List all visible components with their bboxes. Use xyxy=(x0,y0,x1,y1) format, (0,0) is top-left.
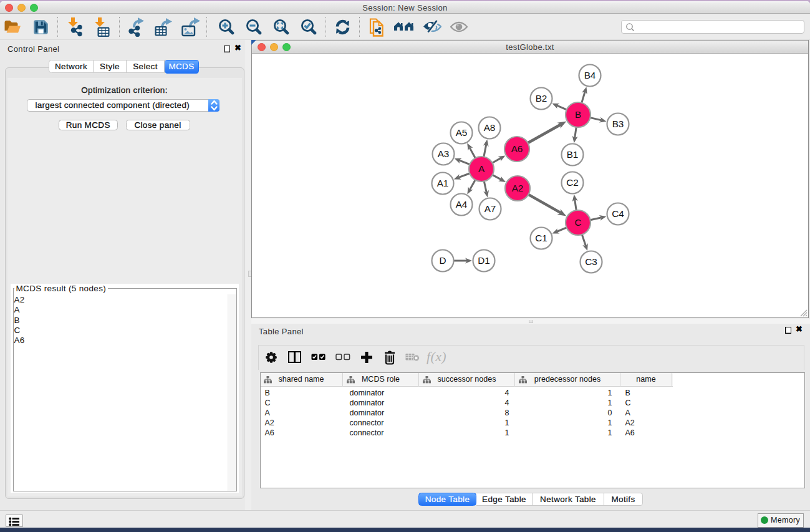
svg-text:B2: B2 xyxy=(536,93,547,104)
svg-text:C3: C3 xyxy=(585,256,597,267)
svg-text:B1: B1 xyxy=(567,149,579,160)
svg-text:C2: C2 xyxy=(566,177,579,188)
svg-text:C4: C4 xyxy=(612,208,624,219)
svg-text:A1: A1 xyxy=(437,178,449,188)
svg-text:A7: A7 xyxy=(485,203,496,214)
svg-text:C: C xyxy=(574,217,581,228)
svg-text:A: A xyxy=(478,163,485,174)
svg-text:D1: D1 xyxy=(478,255,490,266)
svg-text:A8: A8 xyxy=(484,122,496,133)
svg-text:D: D xyxy=(439,255,446,266)
svg-text:B3: B3 xyxy=(612,118,624,129)
svg-text:A6: A6 xyxy=(511,143,523,154)
svg-text:A4: A4 xyxy=(456,199,468,210)
svg-text:B: B xyxy=(575,109,581,120)
svg-text:A3: A3 xyxy=(438,148,450,159)
svg-text:A2: A2 xyxy=(512,183,524,193)
svg-text:A5: A5 xyxy=(456,127,468,138)
svg-text:B4: B4 xyxy=(584,70,596,80)
svg-text:C1: C1 xyxy=(535,233,547,243)
